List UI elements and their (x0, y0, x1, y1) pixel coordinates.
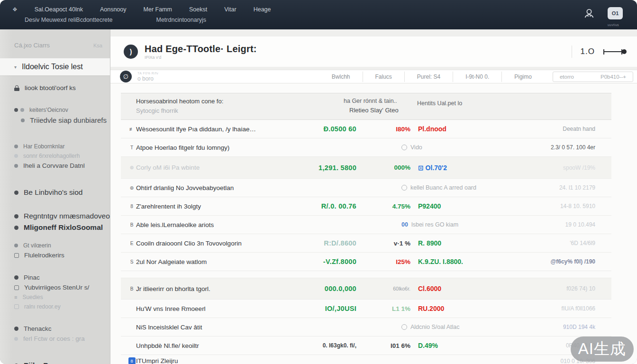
sidebar-item-label: Suedies (22, 294, 43, 300)
app-menu[interactable]: ❖ (12, 4, 18, 15)
sidebar-item[interactable]: Gt vilœerin (0, 241, 110, 250)
filter-circle-icon[interactable]: ∅ (120, 71, 132, 82)
navbar-menu-row2: Desiv Meuwexd reliBcdonttecreteMetrdncin… (12, 15, 271, 25)
row-name: Ohtirf drlanlig No Jovvebabyoetlan (136, 184, 262, 191)
table-row[interactable]: ⊛Corly oM i6i Pa wbinte1,291. 5800000%⊡ … (121, 157, 611, 179)
row-percent: 60lko6r. (356, 286, 413, 291)
sidebar-item-label: Ildoelvic Tosie lest (22, 63, 83, 71)
row-mid-value: 00lsbei res GO kiam (262, 221, 510, 228)
toolbar-left-label: o boro (137, 76, 158, 82)
sidebar-item[interactable]: Be Linbviho's siod (0, 187, 110, 198)
header-controls: 1.O (572, 46, 637, 58)
sidebar-item[interactable]: Regntntgv nmæsmadoveo (0, 210, 110, 222)
toolbar-tab[interactable]: I-9t-N0 0. (453, 73, 501, 80)
toolbar-tab[interactable]: Bwlchh (319, 73, 363, 80)
toolbar-tab[interactable]: Falucs (363, 73, 404, 80)
sidebar-item[interactable]: Piile: Povey (0, 360, 110, 364)
table-row[interactable]: NiS lnceislsklel Cav âtitAldcnio S/oal A… (121, 318, 611, 337)
square-icon (14, 285, 19, 290)
row-value-1: R:D/.8600 (262, 239, 356, 247)
table-row[interactable]: BJr itlieerirr on bhorlta tgorl.000.0,00… (121, 278, 611, 300)
nav-menu-item[interactable]: Desiv Meuwexd reliBcdonttecrete (25, 15, 113, 25)
sidebar-item[interactable]: Iheli a Corvvare Datnl (0, 161, 110, 171)
sidebar-item-label: keiters'Oeicnov (29, 107, 68, 113)
square-faint-icon (14, 304, 19, 309)
navbar-menus: ❖ Sal.Oeapoct 40lnkAonsnooyMer FammSoeks… (0, 1, 271, 28)
row-icon: 8 (127, 204, 136, 209)
content-header: ) Had Ege-TTootle· Leigrt: IPiXa v'd 1.O (110, 36, 637, 67)
sidebar-item[interactable]: Mligoneff RixloSoomal (0, 222, 110, 233)
row-percent: v·1 % (356, 240, 413, 247)
toolbar-tab[interactable]: Purel: S4 (405, 73, 453, 80)
row-icon: B (127, 286, 136, 291)
nav-menu-item[interactable]: Sal.Oeapoct 40lnk (35, 4, 83, 15)
nav-menu-item[interactable]: Heage (254, 4, 271, 15)
col1-header[interactable]: Horsesoabrinol heotom cone fo: (136, 98, 223, 105)
table-row[interactable]: ECooiln draiooonl Clio 3n TovovolgorinR:… (121, 234, 611, 253)
table-row[interactable]: ≢Wèsoesounlit lfye Pıa diddaun, /y lhaia… (121, 120, 611, 138)
sidebar-header-label: Cá.jxo Ciarrs (14, 42, 50, 49)
sidebar-item[interactable]: ≡Suedies (0, 292, 110, 302)
avatar-caption: uuvtius (608, 23, 619, 27)
nav-menu-item[interactable]: Aonsnooy (100, 4, 127, 15)
sidebar-item[interactable]: liook btooti'oorf ks (0, 83, 110, 93)
nav-menu-item[interactable]: Mer Famm (144, 4, 172, 15)
lines-icon: ≡ (14, 294, 17, 300)
sidebar-item-label: Regntntgv nmæsmadoveo (24, 212, 110, 220)
table-row[interactable]: Hu'W vns Inree RmoeerlIO/,J0USIL1 1%RU.2… (121, 300, 611, 318)
toolbar-box[interactable]: etorro P0b410--+ (553, 72, 633, 82)
user-icon[interactable] (583, 7, 595, 19)
table-row[interactable]: 8ITUmpri Zleijru010 0 10. 306 (121, 355, 611, 364)
sidebar-item[interactable]: sonnr 6rxrelohagollerh (0, 151, 110, 161)
row-value-2: D.49% (413, 342, 510, 349)
top-strip (110, 29, 637, 36)
toolbar-tab[interactable]: Pigimo (502, 73, 544, 80)
toolbar: ∅ TA F0% R/fv o boro BwlchhFalucsPurel: … (110, 70, 637, 83)
nav-menu-item[interactable]: Vitar (224, 4, 236, 15)
sidebar-item-label: Flulelrodkerirs (24, 252, 64, 259)
sidebar-item[interactable]: ralnı redoor.ey (0, 302, 110, 311)
sidebar-item[interactable]: keiters'Oeicnov (0, 105, 110, 115)
sidebar-item-label: sonnr 6rxrelohagollerh (23, 153, 80, 159)
table-row[interactable]: Unhpbdè Nl.fle/ keoiltr0. I63gk0. fi/,I0… (121, 337, 611, 355)
zoom-slider[interactable] (603, 49, 627, 55)
account-avatar[interactable]: O1 uuvtius (608, 7, 623, 28)
sidebar-item-label: Har Eobornknlar (23, 143, 64, 150)
row-mid-text: Aldcnio S/oal Atlac (410, 324, 460, 330)
sidebar-item[interactable]: Pinac (0, 273, 110, 282)
table-row[interactable]: ⊛Ohtirf drlanlig No Jovvebabyoetlankelle… (121, 179, 611, 197)
row-icon: E (127, 241, 136, 246)
row-value-1: -V.Zf.8000 (262, 258, 356, 265)
sidebar-item-label: Pinac (24, 274, 40, 281)
row-mid-value: Aldcnio S/oal Atlac (262, 324, 510, 330)
bullet-faint-icon (14, 154, 18, 158)
table-row[interactable]: TAtpoe Hoerlao fitgelr fdu lomngy)Vido2.… (121, 138, 611, 157)
bullet-dark-icon (14, 214, 18, 218)
table-row[interactable]: S2ul Nor Aalgeiate watlom-V.Zf.8000I25%K… (121, 253, 611, 271)
sidebar-item-label: Yubvirriigeos StenUr s/ (24, 284, 89, 291)
sidebar-header-right[interactable]: Ksa (93, 43, 102, 48)
triangle-icon: ▾ (14, 64, 17, 70)
bullet-dark-icon (14, 327, 18, 331)
row-value-2: Cl.6000 (413, 285, 510, 292)
sidebar-item[interactable]: Triiedvle siap dunbiarefs (0, 115, 110, 126)
toolbar-box-right: P0b410--+ (601, 74, 626, 80)
sidebar-item[interactable]: Thenackc (0, 324, 110, 334)
row-value-1: R/.0. 00.76 (262, 202, 356, 210)
sidebar-item[interactable]: Har Eobornknlar (0, 142, 110, 151)
row-name: Hu'W vns Inree Rmoeerl (136, 305, 262, 312)
table-row[interactable]: 8Z'arehlrentent ih 3olgtyR/.0. 00.764.75… (121, 197, 611, 216)
row-icon: ≢ (127, 127, 136, 132)
sidebar-item[interactable]: ferl Fctw or coes : gra (0, 334, 110, 344)
col3-header[interactable]: Hentits Ual.pet lo (417, 100, 462, 107)
nav-menu-item[interactable]: Metrdncintoonaryjs (156, 15, 207, 25)
header-divider (572, 46, 572, 58)
navbar-menu-row1: ❖ Sal.Oeapoct 40lnkAonsnooyMer FammSoeks… (12, 4, 271, 15)
sidebar-item[interactable]: Flulelrodkerirs (0, 250, 110, 260)
table-row[interactable]: BAble leis.lLernaleolke ariots00lsbei re… (121, 216, 611, 234)
col2-header[interactable]: ha Ger rónnt & tain.. (344, 98, 397, 104)
row-value-right: 24. l1 10 2179 (510, 184, 611, 191)
nav-menu-item[interactable]: Soekst (189, 4, 207, 15)
sidebar-item[interactable]: Yubvirriigeos StenUr s/ (0, 282, 110, 292)
sidebar-item[interactable]: ▾Ildoelvic Tosie lest (0, 58, 110, 75)
